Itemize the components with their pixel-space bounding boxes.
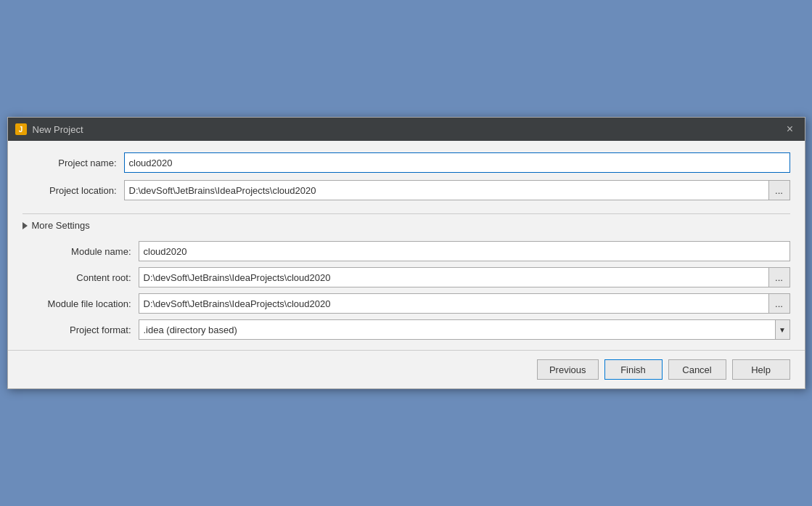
dialog-body: Project name: Project location: ... More…	[8, 141, 805, 350]
more-settings-section: More Settings Module name: Content root:…	[22, 213, 790, 350]
module-name-input[interactable]	[139, 241, 790, 261]
finish-button[interactable]: Finish	[604, 359, 663, 380]
close-button[interactable]: ×	[783, 122, 797, 136]
module-name-row: Module name:	[22, 241, 790, 261]
dialog-footer: Previous Finish Cancel Help	[8, 350, 805, 388]
project-format-label: Project format:	[22, 325, 139, 335]
module-file-location-row: Module file location: ...	[22, 293, 790, 314]
help-button[interactable]: Help	[732, 359, 790, 380]
project-location-label: Project location:	[22, 185, 124, 196]
dropdown-arrow-icon: ▼	[776, 319, 790, 340]
cancel-button[interactable]: Cancel	[668, 359, 726, 380]
dialog-title: New Project	[33, 124, 83, 135]
project-name-row: Project name:	[22, 152, 790, 173]
content-root-label: Content root:	[22, 272, 139, 283]
module-file-location-input[interactable]	[139, 293, 768, 314]
content-root-browse-button[interactable]: ...	[768, 267, 790, 287]
project-format-select[interactable]: .idea (directory based) .ipr (file based…	[139, 319, 776, 340]
app-icon: J	[15, 123, 27, 135]
module-file-location-browse-button[interactable]: ...	[768, 293, 790, 314]
more-settings-label: More Settings	[32, 220, 90, 231]
more-settings-content: Module name: Content root: ... Module fi…	[22, 237, 790, 350]
more-settings-toggle[interactable]: More Settings	[22, 213, 790, 237]
project-location-input[interactable]	[124, 180, 768, 200]
expand-icon	[22, 222, 28, 229]
project-name-input[interactable]	[124, 152, 790, 173]
new-project-dialog: J New Project × Project name: Project lo…	[7, 117, 805, 389]
content-root-row: Content root: ...	[22, 267, 790, 287]
content-root-input[interactable]	[139, 267, 768, 287]
module-name-label: Module name:	[22, 246, 139, 257]
project-name-label: Project name:	[22, 158, 124, 168]
module-file-location-label: Module file location:	[22, 298, 139, 309]
title-bar: J New Project ×	[8, 118, 805, 141]
project-location-browse-button[interactable]: ...	[768, 180, 790, 200]
previous-button[interactable]: Previous	[537, 359, 599, 380]
project-location-row: Project location: ...	[22, 180, 790, 200]
project-format-row: Project format: .idea (directory based) …	[22, 319, 790, 340]
